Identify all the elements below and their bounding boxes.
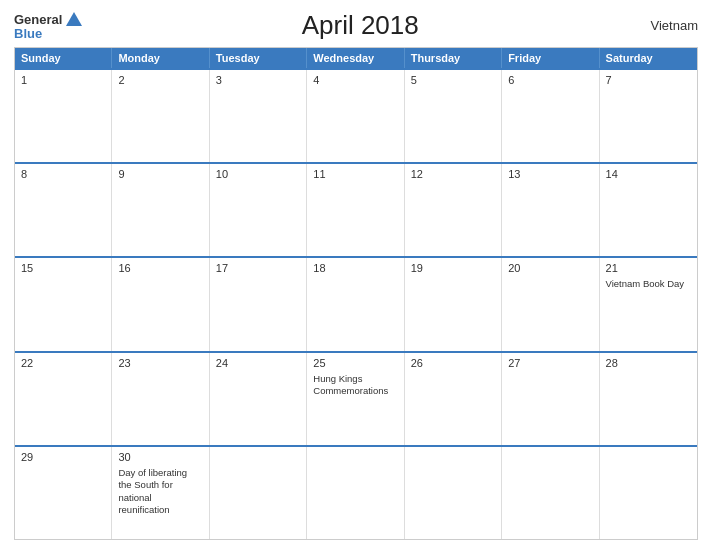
cal-cell-w2-d7: 14 [600,164,697,256]
day-number: 23 [118,357,202,369]
day-number: 28 [606,357,691,369]
logo-general-text: General [14,13,62,26]
cal-cell-w2-d1: 8 [15,164,112,256]
day-number: 25 [313,357,397,369]
day-number: 3 [216,74,300,86]
cal-cell-w1-d6: 6 [502,70,599,162]
cal-cell-w4-d7: 28 [600,353,697,445]
cal-cell-w2-d6: 13 [502,164,599,256]
day-number: 15 [21,262,105,274]
day-number: 27 [508,357,592,369]
day-number: 24 [216,357,300,369]
cal-cell-w5-d1: 29 [15,447,112,539]
day-number: 29 [21,451,105,463]
cal-cell-w4-d2: 23 [112,353,209,445]
cal-cell-w4-d5: 26 [405,353,502,445]
calendar-grid: Sunday Monday Tuesday Wednesday Thursday… [14,47,698,540]
country-label: Vietnam [638,18,698,33]
day-number: 11 [313,168,397,180]
cal-cell-w1-d3: 3 [210,70,307,162]
calendar-body: 123456789101112131415161718192021Vietnam… [15,68,697,539]
header: General Blue April 2018 Vietnam [14,10,698,41]
day-number: 19 [411,262,495,274]
cal-cell-w1-d7: 7 [600,70,697,162]
day-number: 30 [118,451,202,463]
day-number: 5 [411,74,495,86]
day-number: 20 [508,262,592,274]
cal-cell-w5-d3 [210,447,307,539]
day-number: 22 [21,357,105,369]
cal-cell-w4-d6: 27 [502,353,599,445]
calendar-week-5: 2930Day of liberating the South for nati… [15,445,697,539]
event-label: Hung Kings Commemorations [313,373,397,398]
header-wednesday: Wednesday [307,48,404,68]
day-number: 9 [118,168,202,180]
day-number: 14 [606,168,691,180]
day-number: 2 [118,74,202,86]
day-number: 1 [21,74,105,86]
day-number: 7 [606,74,691,86]
cal-cell-w4-d1: 22 [15,353,112,445]
day-number: 10 [216,168,300,180]
cal-cell-w1-d4: 4 [307,70,404,162]
cal-cell-w5-d2: 30Day of liberating the South for nation… [112,447,209,539]
header-thursday: Thursday [405,48,502,68]
calendar-title: April 2018 [82,10,638,41]
cal-cell-w3-d6: 20 [502,258,599,350]
calendar-week-2: 891011121314 [15,162,697,256]
day-number: 17 [216,262,300,274]
header-friday: Friday [502,48,599,68]
event-label: Vietnam Book Day [606,278,691,290]
header-tuesday: Tuesday [210,48,307,68]
cal-cell-w5-d4 [307,447,404,539]
calendar-header-row: Sunday Monday Tuesday Wednesday Thursday… [15,48,697,68]
cal-cell-w4-d4: 25Hung Kings Commemorations [307,353,404,445]
cal-cell-w1-d2: 2 [112,70,209,162]
cal-cell-w3-d1: 15 [15,258,112,350]
cal-cell-w3-d4: 18 [307,258,404,350]
cal-cell-w1-d1: 1 [15,70,112,162]
calendar-week-4: 22232425Hung Kings Commemorations262728 [15,351,697,445]
calendar-week-3: 15161718192021Vietnam Book Day [15,256,697,350]
cal-cell-w2-d2: 9 [112,164,209,256]
day-number: 4 [313,74,397,86]
day-number: 8 [21,168,105,180]
cal-cell-w5-d7 [600,447,697,539]
cal-cell-w2-d5: 12 [405,164,502,256]
day-number: 21 [606,262,691,274]
cal-cell-w3-d3: 17 [210,258,307,350]
day-number: 12 [411,168,495,180]
calendar-page: General Blue April 2018 Vietnam Sunday M… [0,0,712,550]
cal-cell-w2-d3: 10 [210,164,307,256]
cal-cell-w2-d4: 11 [307,164,404,256]
calendar-week-1: 1234567 [15,68,697,162]
header-monday: Monday [112,48,209,68]
day-number: 6 [508,74,592,86]
cal-cell-w3-d5: 19 [405,258,502,350]
event-label: Day of liberating the South for national… [118,467,202,516]
cal-cell-w4-d3: 24 [210,353,307,445]
day-number: 26 [411,357,495,369]
logo-triangle-icon [66,12,82,26]
day-number: 13 [508,168,592,180]
cal-cell-w1-d5: 5 [405,70,502,162]
day-number: 18 [313,262,397,274]
logo: General Blue [14,12,82,40]
header-saturday: Saturday [600,48,697,68]
day-number: 16 [118,262,202,274]
cal-cell-w3-d2: 16 [112,258,209,350]
cal-cell-w5-d6 [502,447,599,539]
cal-cell-w5-d5 [405,447,502,539]
cal-cell-w3-d7: 21Vietnam Book Day [600,258,697,350]
header-sunday: Sunday [15,48,112,68]
logo-blue-text: Blue [14,27,42,40]
